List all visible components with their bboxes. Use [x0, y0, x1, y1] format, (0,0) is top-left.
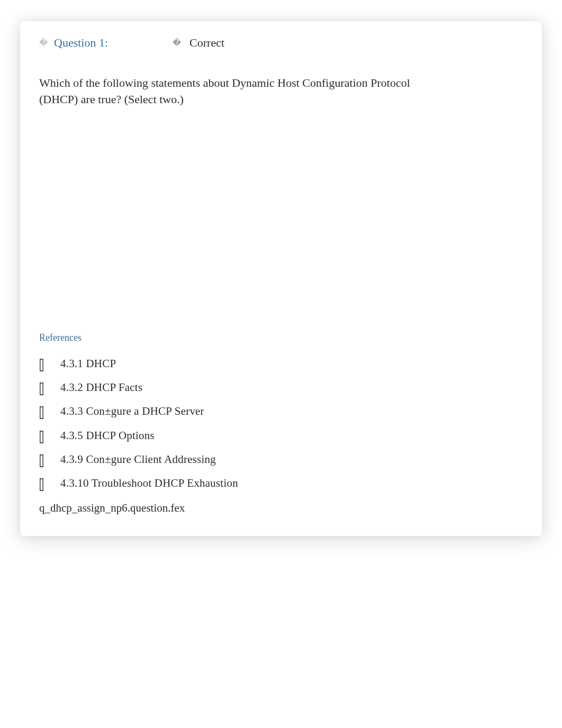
reference-link[interactable]: [] 4.3.5 DHCP Options — [39, 429, 523, 442]
reference-link[interactable]: [] 4.3.3 Con±gure a DHCP Server — [39, 405, 523, 418]
question-card: � Question 1: � Correct Which of the fol… — [20, 21, 542, 536]
reference-link[interactable]: [] 4.3.2 DHCP Facts — [39, 381, 523, 394]
reference-label: 4.3.5 DHCP Options — [60, 429, 155, 442]
reference-label: 4.3.1 DHCP — [60, 357, 116, 370]
bullet-icon: [] — [39, 380, 44, 396]
answer-area — [39, 108, 523, 320]
bullet-icon: [] — [39, 404, 44, 421]
source-filename: q_dhcp_assign_np6.question.fex — [39, 502, 523, 515]
reference-link[interactable]: [] 4.3.10 Troubleshoot DHCP Exhaustion — [39, 477, 523, 490]
references-list: [] 4.3.1 DHCP [] 4.3.2 DHCP Facts [] 4.3… — [39, 357, 523, 490]
reference-label: 4.3.3 Con±gure a DHCP Server — [60, 405, 204, 418]
bullet-icon: [] — [39, 452, 44, 468]
correct-icon: � — [173, 39, 180, 47]
reference-link[interactable]: [] 4.3.1 DHCP — [39, 357, 523, 370]
question-text: Which of the following statements about … — [39, 75, 420, 108]
bullet-icon: [] — [39, 428, 44, 444]
reference-label: 4.3.2 DHCP Facts — [60, 381, 142, 394]
reference-label: 4.3.10 Troubleshoot DHCP Exhaustion — [60, 477, 238, 490]
question-header: � Question 1: � Correct — [39, 36, 523, 50]
references-heading: References — [39, 332, 523, 343]
question-number-label: Question 1: — [54, 36, 108, 50]
bullet-icon: [] — [39, 476, 44, 492]
question-status-icon: � — [39, 39, 44, 47]
bullet-icon: [] — [39, 356, 44, 372]
status-label: Correct — [189, 36, 224, 50]
reference-label: 4.3.9 Con±gure Client Addressing — [60, 453, 216, 466]
reference-link[interactable]: [] 4.3.9 Con±gure Client Addressing — [39, 453, 523, 466]
